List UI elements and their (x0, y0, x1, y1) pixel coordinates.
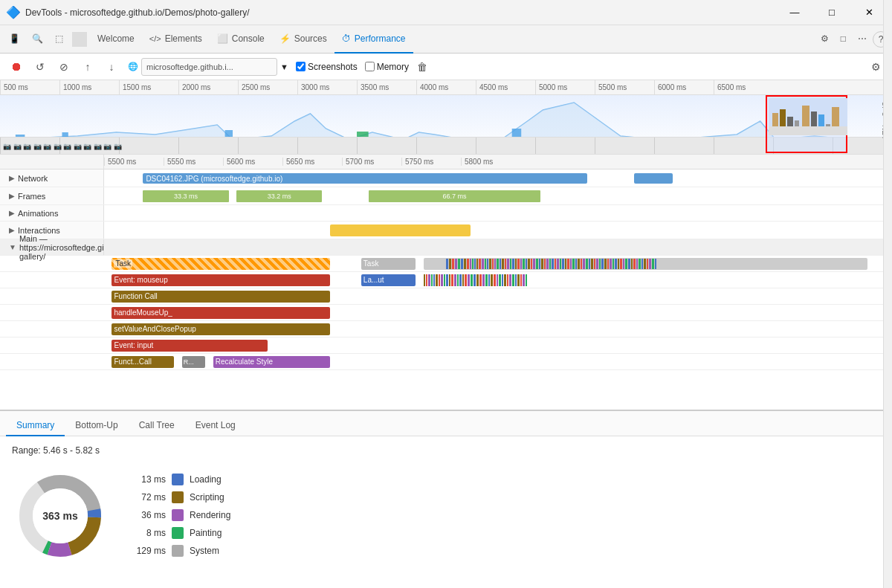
flame-row-3: handleMouseUp_ (0, 305, 883, 321)
down-button[interactable]: ↓ (101, 56, 122, 77)
network-track-row: ▶ Network DSC04162.JPG (microsoftedge.gi… (0, 169, 883, 187)
interactions-expand-arrow[interactable]: ▶ (9, 226, 15, 234)
up-button[interactable]: ↑ (77, 56, 98, 77)
main-track-label[interactable]: ▼ Main — https://microsoftedge.github.io… (0, 239, 104, 255)
loading-ms: 13 ms (132, 474, 166, 485)
tab-console[interactable]: ⬜ Console (210, 25, 272, 54)
tab-dock[interactable]: ⬚ (49, 25, 69, 54)
animations-label-text: Animations (18, 209, 58, 218)
frame-3-label: 66.7 ms (443, 193, 467, 200)
bottom-tab-bar: Summary Bottom-Up Call Tree Event Log (0, 411, 892, 436)
timeline-graph[interactable]: 📷 📷 📷 📷 📷 📷 📷 📷 📷 📷 📷 📷 (0, 95, 892, 155)
ruler-mark-3500: 3500 ms (357, 80, 416, 94)
flame-row-1: Event: mouseup La...ut (0, 272, 883, 288)
detail-ruler-5800: 5800 ms (461, 158, 520, 166)
main-track-header-content (104, 239, 883, 256)
frame-bar-3[interactable]: 66.7 ms (369, 190, 540, 202)
tab-settings[interactable]: ⚙ (815, 25, 835, 54)
bottom-up-tab-label: Bottom-Up (75, 420, 117, 430)
title-bar-title: DevTools - microsoftedge.github.io/Demos… (25, 7, 778, 18)
flame-row-0-content: Task Task (104, 257, 883, 271)
flame-function-call[interactable]: Function Call (112, 291, 329, 303)
interactions-track-content (104, 222, 883, 239)
title-bar: 🔷 DevTools - microsoftedge.github.io/Dem… (0, 0, 892, 25)
rendering-label: Rendering (190, 510, 230, 520)
donut-chart: 363 ms (12, 468, 109, 564)
tab-performance[interactable]: ⏱ Performance (334, 25, 413, 54)
frame-2-label: 33.2 ms (268, 193, 291, 200)
flame-task-2[interactable]: Task (361, 258, 416, 270)
timeline-selection-highlight[interactable] (766, 95, 847, 153)
url-dropdown-icon[interactable]: ▼ (280, 62, 288, 71)
network-track-label[interactable]: ▶ Network (0, 169, 104, 187)
flame-row-5: Event: input (0, 337, 883, 354)
tab-inspect[interactable]: 🔍 (26, 25, 49, 54)
flame-task-1[interactable]: Task (112, 258, 329, 270)
frames-expand-arrow[interactable]: ▶ (9, 192, 15, 200)
url-icon: 🌐 (128, 62, 138, 71)
flame-row-1-blocks (424, 274, 527, 286)
track-list: 5500 ms 5550 ms 5600 ms 5650 ms 5700 ms … (0, 155, 883, 410)
tab-summary[interactable]: Summary (6, 416, 65, 436)
flame-event-input[interactable]: Event: input (112, 340, 268, 352)
tab-device-toggle[interactable]: 📱 (3, 25, 26, 54)
call-tree-tab-label: Call Tree (139, 420, 175, 430)
close-button[interactable]: ✕ (852, 0, 886, 25)
detail-ruler-5700: 5700 ms (342, 158, 401, 166)
ruler-mark-1500: 1500 ms (119, 80, 178, 94)
minimize-button[interactable]: — (778, 0, 812, 25)
tab-call-tree[interactable]: Call Tree (129, 416, 185, 436)
tab-elements[interactable]: </> Elements (142, 25, 210, 54)
reload-button[interactable]: ↺ (30, 56, 51, 77)
flame-r-block[interactable]: R... (182, 356, 205, 368)
tab-device2[interactable]: □ (835, 25, 852, 54)
tab-event-log[interactable]: Event Log (185, 416, 246, 436)
flame-row-5-content: Event: input (104, 339, 883, 352)
flame-handlemouseup[interactable]: handleMouseUp_ (112, 307, 329, 319)
flame-mouseup[interactable]: Event: mouseup (112, 274, 329, 286)
system-color (172, 545, 184, 557)
frame-bar-1[interactable]: 33.3 ms (143, 190, 228, 202)
flame-row-2-content: Function Call (104, 290, 883, 303)
network-expand-arrow[interactable]: ▶ (9, 174, 15, 182)
screenshots-checkbox-group: Screenshots (296, 62, 358, 72)
flame-row-6: Funct...Call R... Recalculate Style (0, 354, 883, 370)
interaction-bar[interactable] (330, 224, 471, 236)
performance-toolbar: ⏺ ↺ ⊘ ↑ ↓ 🌐 ▼ Screenshots Memory 🗑 ⚙ (0, 54, 892, 80)
tab-welcome[interactable]: Welcome (90, 25, 142, 54)
network-bar-2 (634, 173, 673, 184)
screenshots-checkbox[interactable] (296, 62, 306, 71)
clear-button[interactable]: ⊘ (54, 56, 74, 77)
frames-track-row: ▶ Frames 33.3 ms 33.2 ms 66.7 ms (0, 187, 883, 205)
bottom-scrollbar[interactable] (883, 155, 892, 588)
legend-rendering: 36 ms Rendering (132, 509, 230, 521)
network-bar[interactable]: DSC04162.JPG (microsoftedge.github.io) (143, 173, 586, 184)
animations-expand-arrow[interactable]: ▶ (9, 209, 15, 217)
timeline-overview[interactable]: 500 ms 1000 ms 1500 ms 2000 ms 2500 ms 3… (0, 80, 892, 155)
flame-funct-call[interactable]: Funct...Call (112, 356, 174, 368)
tab-more[interactable]: ⋯ (852, 25, 873, 54)
main-track-header-row: ▼ Main — https://microsoftedge.github.io… (0, 239, 883, 256)
track-container[interactable]: ▶ Network DSC04162.JPG (microsoftedge.gi… (0, 169, 883, 410)
main-expand-arrow[interactable]: ▼ (9, 243, 16, 251)
ruler-mark-4500: 4500 ms (476, 80, 535, 94)
flame-recalc-style[interactable]: Recalculate Style (213, 356, 330, 368)
record-button[interactable]: ⏺ (6, 56, 27, 77)
ruler-mark-4000: 4000 ms (416, 80, 476, 94)
frame-bar-2[interactable]: 33.2 ms (236, 190, 322, 202)
flame-setvalue[interactable]: setValueAndClosePopup (112, 323, 329, 335)
system-ms: 129 ms (132, 546, 166, 556)
event-log-tab-label: Event Log (195, 420, 236, 430)
frames-track-label[interactable]: ▶ Frames (0, 187, 104, 204)
memory-checkbox[interactable] (365, 62, 375, 71)
flame-row-4: setValueAndClosePopup (0, 321, 883, 337)
tab-bottom-up[interactable]: Bottom-Up (65, 416, 128, 436)
rendering-ms: 36 ms (132, 510, 166, 520)
maximize-button[interactable]: □ (815, 0, 849, 25)
delete-button[interactable]: 🗑 (412, 56, 433, 77)
tab-sources[interactable]: ⚡ Sources (272, 25, 334, 54)
animations-track-label[interactable]: ▶ Animations (0, 205, 104, 221)
rendering-color (172, 509, 184, 521)
url-input[interactable] (141, 58, 277, 76)
flame-layout[interactable]: La...ut (361, 274, 416, 286)
